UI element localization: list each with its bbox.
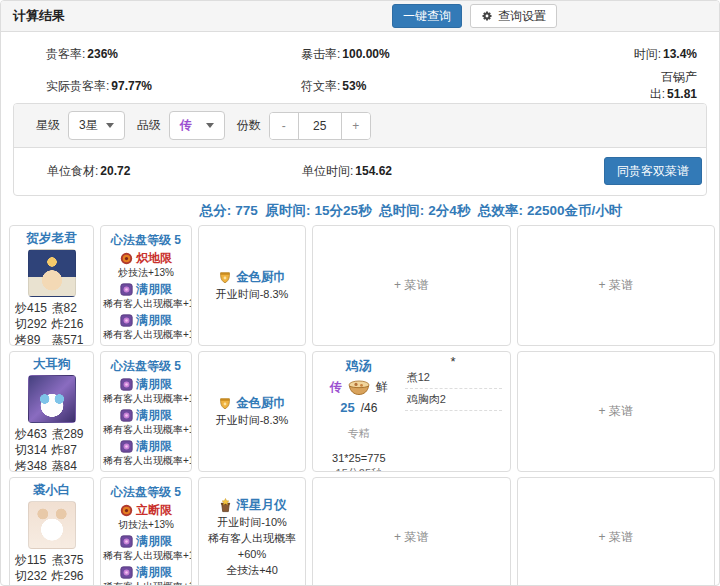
- add-recipe-label: + 菜谱: [599, 403, 633, 420]
- chef-skill: 烤89: [15, 332, 52, 346]
- recipe-name[interactable]: 鸡汤: [315, 357, 403, 375]
- chef-skill: 煮289: [52, 426, 89, 442]
- query-settings-label: 查询设置: [498, 10, 546, 22]
- chef-skills: 炒463煮289 切314炸87 烤348蒸84: [12, 426, 91, 472]
- qty-filter-label: 份数: [237, 117, 261, 134]
- add-recipe-slot[interactable]: + 菜谱: [312, 477, 511, 586]
- heading-buttons: 一键查询 查询设置: [392, 4, 557, 28]
- tool-card: 金色厨巾 开业时间-8.3%: [198, 225, 306, 346]
- mind-skill-effect: 稀有客人出现概率+18%: [103, 297, 189, 311]
- moon-instrument-icon: [218, 498, 233, 513]
- recipe-ingredient: 鸡胸肉2: [405, 389, 502, 411]
- guest-badge-icon: [120, 566, 133, 579]
- chef-skills: 炒115煮375 切232炸296 烤636蒸124: [12, 552, 91, 586]
- mind-skill-effect: 稀有客人出现概率+18%: [103, 454, 189, 468]
- chef-name[interactable]: 贺岁老君: [12, 230, 91, 246]
- stat-time: 时间:13.4%: [616, 46, 697, 63]
- chef-skill: 切314: [15, 442, 52, 458]
- tool-effect: 开业时间-8.3%: [216, 286, 289, 302]
- chef-scarf-icon: [218, 271, 232, 285]
- flame-badge-icon: [120, 504, 133, 517]
- stat-unit-food: 单位食材:20.72: [47, 163, 302, 180]
- result-grid: 贺岁老君 炒415煮82 切292炸216 烤89蒸571 心法盘等级 5 炽地…: [9, 225, 715, 586]
- grade-select-value: 传: [180, 117, 192, 134]
- mind-disk-card: 心法盘等级 5 立断限 切技法+13% 满朋限 稀有客人出现概率+18% 满朋限…: [100, 477, 192, 586]
- chef-name[interactable]: 裘小白: [12, 482, 91, 498]
- chef-avatar[interactable]: [28, 249, 76, 297]
- mind-skill-effect: 稀有客人出现概率+18%: [103, 580, 189, 586]
- recipe-star-marker: *: [405, 357, 502, 367]
- calculator-panel: 计算结果 一键查询 查询设置 贵: [0, 0, 720, 586]
- same-guest-double-recipe-label: 同贵客双菜谱: [617, 165, 689, 177]
- add-recipe-slot[interactable]: + 菜谱: [517, 225, 716, 346]
- tool-name[interactable]: 浑星月仪: [218, 497, 287, 514]
- tool-card: 金色厨巾 开业时间-8.3%: [198, 351, 306, 472]
- mind-skill-name: 满朋限: [103, 312, 189, 328]
- chef-scarf-icon: [218, 397, 232, 411]
- mind-skill-name: 满朋限: [103, 407, 189, 423]
- query-button-label: 一键查询: [403, 10, 451, 22]
- chef-card: 大耳狗 炒463煮289 切314炸87 烤348蒸84: [9, 351, 94, 472]
- add-recipe-slot[interactable]: + 菜谱: [517, 477, 716, 586]
- mind-skill-name: 满朋限: [103, 438, 189, 454]
- recipe-card: 鸡汤 传 鲜 25 /46 专精: [312, 351, 511, 472]
- tool-name[interactable]: 金色厨巾: [218, 269, 286, 286]
- chef-skill: 切292: [15, 316, 52, 332]
- mind-skill-name: 满朋限: [103, 564, 189, 580]
- same-guest-double-recipe-button[interactable]: 同贵客双菜谱: [604, 157, 702, 185]
- unit-stats-row: 单位食材:20.72 单位时间:154.62 同贵客双菜谱: [14, 148, 706, 195]
- mind-skill-effect: 炒技法+13%: [103, 266, 189, 280]
- guest-badge-icon: [120, 440, 133, 453]
- guest-badge-icon: [120, 378, 133, 391]
- star-select-value: 3星: [79, 117, 98, 134]
- quantity-minus-button[interactable]: -: [270, 113, 298, 139]
- add-recipe-label: + 菜谱: [599, 277, 633, 294]
- chef-avatar[interactable]: [28, 375, 76, 423]
- stat-crit-rate: 暴击率:100.00%: [301, 46, 616, 63]
- flame-badge-icon: [120, 252, 133, 265]
- recipe-count[interactable]: 25: [340, 400, 354, 415]
- guest-badge-icon: [120, 314, 133, 327]
- tool-effect: 开业时间-10%: [217, 514, 287, 530]
- add-recipe-slot[interactable]: + 菜谱: [517, 351, 716, 472]
- mind-skill-name: 满朋限: [103, 281, 189, 297]
- chef-skill: 炒415: [15, 300, 52, 316]
- chef-skill: 炒115: [15, 552, 52, 568]
- stat-pot-output: 百锅产出:51.81: [616, 69, 697, 103]
- chef-skill: 煮375: [52, 552, 89, 568]
- chef-avatar[interactable]: [28, 501, 76, 549]
- chef-card: 贺岁老君 炒415煮82 切292炸216 烤89蒸571: [9, 225, 94, 346]
- tool-effect: 稀有客人出现概率+60%: [201, 530, 303, 562]
- add-recipe-label: + 菜谱: [394, 529, 428, 546]
- mind-disk-level: 心法盘等级 5: [103, 232, 189, 248]
- chef-skill: 炸296: [52, 568, 89, 584]
- add-recipe-label: + 菜谱: [394, 277, 428, 294]
- grade-select[interactable]: 传: [169, 111, 225, 140]
- chevron-down-icon: [206, 123, 214, 128]
- result-summary: 总分:775 原时间:15分25秒 总时间:2分4秒 总效率:22500金币/小…: [1, 202, 719, 220]
- star-filter-label: 星级: [36, 117, 60, 134]
- stat-actual-guest-rate: 实际贵客率:97.77%: [46, 78, 301, 95]
- filter-panel: 星级 3星 品级 传 份数 - + 单位食材:20.72 单位时间:154.62…: [13, 103, 707, 196]
- quantity-input[interactable]: [298, 113, 342, 139]
- tool-effect: 全技法+40: [226, 562, 278, 578]
- page-title: 计算结果: [13, 7, 65, 25]
- stat-rune-rate: 符文率:53%: [301, 78, 616, 95]
- grade-filter-label: 品级: [137, 117, 161, 134]
- chef-skill: 炒463: [15, 426, 52, 442]
- tool-name[interactable]: 金色厨巾: [218, 395, 286, 412]
- chef-name[interactable]: 大耳狗: [12, 356, 91, 372]
- mind-disk-card: 心法盘等级 5 炽地限 炒技法+13% 满朋限 稀有客人出现概率+18% 满朋限…: [100, 225, 192, 346]
- mind-skill-effect: 稀有客人出现概率+18%: [103, 423, 189, 437]
- query-button[interactable]: 一键查询: [392, 4, 462, 28]
- guest-badge-icon: [120, 535, 133, 548]
- chef-skill: 炸87: [52, 442, 89, 458]
- query-settings-button[interactable]: 查询设置: [470, 4, 557, 28]
- add-recipe-slot[interactable]: + 菜谱: [312, 225, 511, 346]
- quantity-plus-button[interactable]: +: [342, 113, 370, 139]
- recipe-count-max: /46: [361, 401, 378, 415]
- mind-skill-effect: 切技法+13%: [103, 518, 189, 532]
- star-select[interactable]: 3星: [68, 111, 125, 140]
- recipe-score-formula: 31*25=775: [315, 452, 403, 464]
- mind-skill-name: 炽地限: [103, 250, 189, 266]
